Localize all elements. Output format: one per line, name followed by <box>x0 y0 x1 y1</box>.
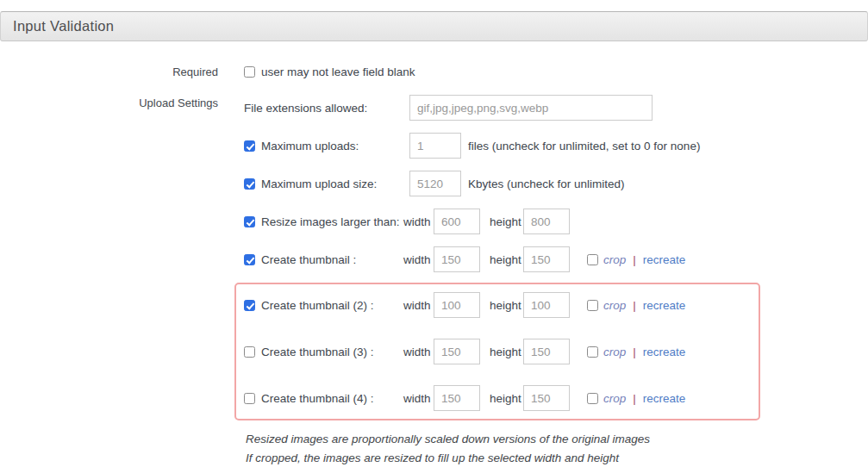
thumbnail-3-height-input[interactable] <box>523 339 570 364</box>
separator: | <box>633 299 636 312</box>
note-cropped: If cropped, the images are resized to fi… <box>246 451 619 464</box>
side-label-upload-settings: Upload Settings <box>0 97 218 109</box>
thumbnail-row-2: Create thumbnail (2) : width height crop… <box>244 292 685 318</box>
note-resized: Resized images are proportionally scaled… <box>246 433 650 445</box>
thumbnail-4-crop-checkbox[interactable] <box>587 393 598 404</box>
thumbnail-1-width-label: width <box>403 253 434 266</box>
separator: | <box>633 346 636 358</box>
thumbnail-4-height-input[interactable] <box>523 385 570 411</box>
thumbnail-3-crop-label[interactable]: crop <box>603 346 626 358</box>
resize-images-checkbox[interactable] <box>244 216 255 227</box>
thumbnail-3-recreate-link[interactable]: recreate <box>643 346 686 358</box>
thumbnail-2-height-label: height <box>490 299 523 312</box>
resize-width-input[interactable] <box>434 209 480 234</box>
required-checkbox[interactable] <box>244 66 255 78</box>
max-upload-size-checkbox[interactable] <box>244 178 255 190</box>
thumbnail-2-checkbox[interactable] <box>244 300 255 311</box>
max-upload-size-row: Maximum upload size: Kbytes (uncheck for… <box>244 171 625 196</box>
thumbnail-row-3: Create thumbnail (3) : width height crop… <box>244 339 685 364</box>
required-checkbox-label[interactable]: user may not leave field blank <box>261 65 415 78</box>
thumbnail-3-width-label: width <box>403 346 434 358</box>
max-uploads-label[interactable]: Maximum uploads: <box>261 140 359 153</box>
resize-images-label[interactable]: Resize images larger than: <box>261 215 400 228</box>
separator: | <box>633 253 636 266</box>
thumbnail-4-crop-label[interactable]: crop <box>603 392 626 405</box>
thumbnail-2-width-label: width <box>403 299 434 312</box>
thumbnail-3-width-input[interactable] <box>434 339 480 364</box>
max-uploads-checkbox[interactable] <box>244 140 255 152</box>
thumbnail-1-crop-checkbox[interactable] <box>587 254 598 265</box>
resize-images-row: Resize images larger than: width height <box>244 209 570 234</box>
thumbnail-2-height-input[interactable] <box>523 292 570 318</box>
thumbnail-row-1: Create thumbnail : width height crop | r… <box>244 246 685 272</box>
thumbnail-2-label[interactable]: Create thumbnail (2) : <box>261 299 374 312</box>
thumbnail-4-height-label: height <box>490 392 523 405</box>
file-extensions-label: File extensions allowed: <box>244 102 409 115</box>
thumbnail-4-width-input[interactable] <box>434 385 480 411</box>
thumbnail-4-checkbox[interactable] <box>244 393 255 404</box>
thumbnail-1-label[interactable]: Create thumbnail : <box>261 253 356 266</box>
thumbnail-3-height-label: height <box>490 346 523 358</box>
section-title: Input Validation <box>13 18 114 34</box>
thumbnail-4-recreate-link[interactable]: recreate <box>643 392 686 405</box>
thumbnail-3-label[interactable]: Create thumbnail (3) : <box>261 346 374 358</box>
max-uploads-input[interactable] <box>409 133 461 159</box>
thumbnail-2-recreate-link[interactable]: recreate <box>643 299 686 312</box>
thumbnail-1-height-input[interactable] <box>523 246 570 272</box>
required-row: user may not leave field blank <box>244 59 415 84</box>
thumbnail-2-crop-checkbox[interactable] <box>587 300 598 311</box>
resize-height-input[interactable] <box>523 209 570 234</box>
thumbnail-row-4: Create thumbnail (4) : width height crop… <box>244 385 685 411</box>
thumbnail-3-checkbox[interactable] <box>244 346 255 358</box>
resize-height-label: height <box>490 215 523 228</box>
thumbnail-4-width-label: width <box>403 392 434 405</box>
thumbnail-1-width-input[interactable] <box>434 246 480 272</box>
side-label-required: Required <box>0 65 218 78</box>
section-header-input-validation[interactable]: Input Validation <box>0 11 868 41</box>
thumbnail-3-crop-checkbox[interactable] <box>587 346 598 358</box>
max-uploads-row: Maximum uploads: files (uncheck for unli… <box>244 133 700 159</box>
file-extensions-input[interactable] <box>409 95 653 121</box>
max-upload-size-hint: Kbytes (uncheck for unlimited) <box>468 177 625 190</box>
max-uploads-hint: files (uncheck for unlimited, set to 0 f… <box>468 140 700 153</box>
thumbnail-1-crop-label[interactable]: crop <box>603 253 626 266</box>
thumbnail-2-crop-label[interactable]: crop <box>603 299 626 312</box>
file-extensions-row: File extensions allowed: <box>244 95 653 121</box>
thumbnail-2-width-input[interactable] <box>434 292 480 318</box>
thumbnail-1-recreate-link[interactable]: recreate <box>643 253 686 266</box>
thumbnail-1-height-label: height <box>490 253 523 266</box>
resize-width-label: width <box>403 215 434 228</box>
thumbnail-1-checkbox[interactable] <box>244 254 255 265</box>
max-upload-size-label[interactable]: Maximum upload size: <box>261 177 377 190</box>
thumbnail-4-label[interactable]: Create thumbnail (4) : <box>261 392 374 405</box>
separator: | <box>633 392 636 405</box>
max-upload-size-input[interactable] <box>409 171 461 196</box>
